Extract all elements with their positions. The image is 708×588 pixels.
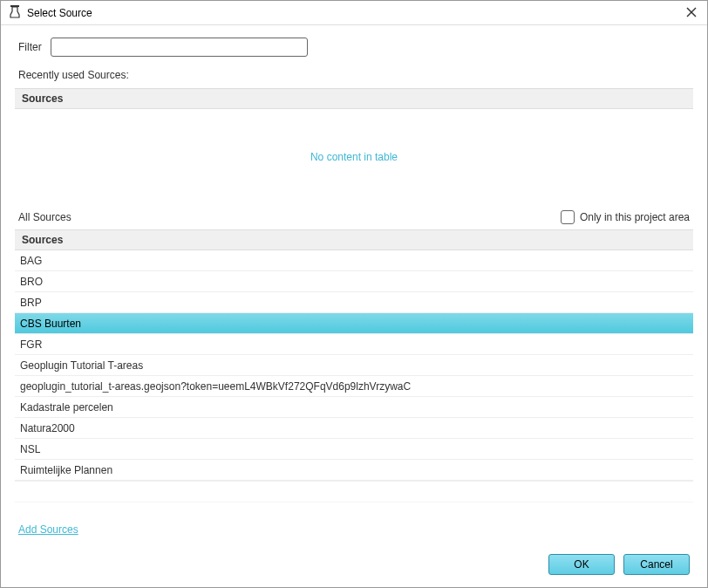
source-row[interactable]: FGR <box>15 334 693 355</box>
project-area-checkbox-label: Only in this project area <box>580 211 690 223</box>
source-row[interactable]: geoplugin_tutorial_t-areas.geojson?token… <box>15 376 693 397</box>
source-row[interactable]: BAG <box>15 250 693 271</box>
cancel-button[interactable]: Cancel <box>623 554 690 575</box>
source-row[interactable]: Ruimtelijke Plannen <box>15 460 693 481</box>
dialog-title: Select Source <box>27 7 92 19</box>
titlebar-left: Select Source <box>8 4 92 21</box>
project-area-checkbox-wrap: Only in this project area <box>561 210 690 224</box>
filter-label: Filter <box>18 41 42 53</box>
filter-row: Filter <box>6 38 702 69</box>
all-sources-label: All Sources <box>18 211 71 223</box>
source-row[interactable]: BRO <box>15 271 693 292</box>
dialog-content: Filter Recently used Sources: Sources No… <box>1 25 707 587</box>
all-sources-list: BAGBROBRPCBS BuurtenFGRGeoplugin Tutoria… <box>15 250 693 482</box>
filter-input[interactable] <box>51 38 308 57</box>
table-row-empty <box>15 482 693 503</box>
add-sources-link[interactable]: Add Sources <box>18 523 78 536</box>
source-row[interactable]: BRP <box>15 292 693 313</box>
source-row[interactable]: Kadastrale percelen <box>15 397 693 418</box>
source-row[interactable]: Natura2000 <box>15 418 693 439</box>
recent-table: No content in table <box>15 109 693 205</box>
close-icon[interactable] <box>683 6 700 20</box>
titlebar: Select Source <box>1 1 707 25</box>
all-sources-table-header: Sources <box>15 229 693 250</box>
spacer <box>6 503 702 518</box>
button-bar: OK Cancel <box>6 544 702 587</box>
ok-button[interactable]: OK <box>548 554 615 575</box>
source-row[interactable]: Geoplugin Tutorial T-areas <box>15 355 693 376</box>
project-area-checkbox[interactable] <box>561 210 575 224</box>
no-content-text: No content in table <box>310 151 398 163</box>
all-sources-row: All Sources Only in this project area <box>6 205 702 229</box>
source-row[interactable]: CBS Buurten <box>15 313 693 334</box>
add-sources-section: Add Sources <box>6 518 702 541</box>
recent-table-header: Sources <box>15 88 693 109</box>
source-row[interactable]: NSL <box>15 439 693 460</box>
app-icon <box>8 4 22 21</box>
recent-sources-label: Recently used Sources: <box>6 69 702 88</box>
